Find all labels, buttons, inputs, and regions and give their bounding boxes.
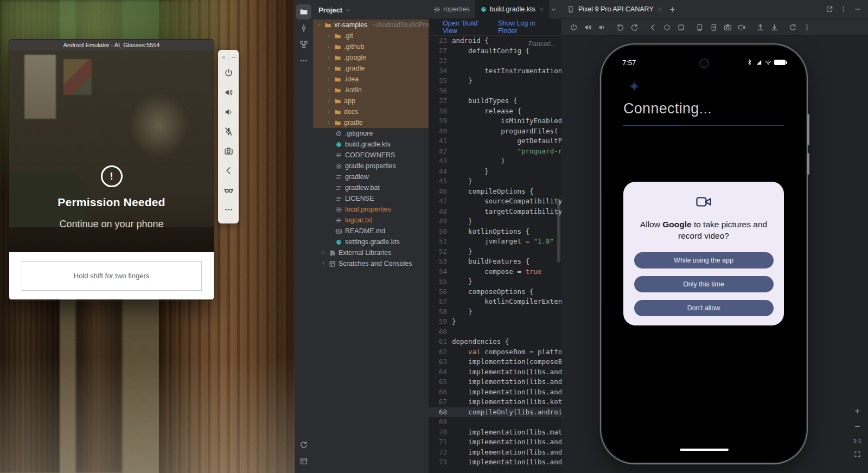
project-panel-header[interactable]: Project bbox=[313, 0, 429, 20]
add-device-tab-icon[interactable] bbox=[669, 6, 676, 13]
code-line-59[interactable]: 59} bbox=[429, 317, 561, 327]
back-button[interactable] bbox=[221, 161, 236, 180]
camera-button[interactable] bbox=[721, 21, 734, 34]
zoom-ratio-button[interactable]: 1:1 bbox=[853, 438, 861, 444]
tabs-dropdown-icon[interactable] bbox=[550, 6, 557, 13]
code-line-66[interactable]: 66 implementation(libs.andr bbox=[429, 387, 561, 398]
code-line-52[interactable]: 52 } bbox=[429, 247, 561, 257]
volume-down-button[interactable] bbox=[595, 21, 608, 34]
tree-item-gradle[interactable]: .gradle bbox=[313, 63, 429, 74]
tree-item-gradlew-bat[interactable]: gradlew.bat bbox=[313, 182, 429, 193]
zoom-fit-button[interactable] bbox=[854, 451, 861, 458]
structure-button[interactable] bbox=[296, 37, 311, 52]
tree-item-codeowners[interactable]: CODEOWNERS bbox=[313, 150, 429, 161]
code-line-58[interactable]: 58 } bbox=[429, 307, 561, 317]
code-line-65[interactable]: 65 implementation(libs.andr bbox=[429, 377, 561, 387]
code-line-36[interactable]: 36 bbox=[429, 86, 561, 97]
code-line-68[interactable]: 68 compileOnly(libs.android bbox=[429, 407, 561, 418]
tab-gradle-properties[interactable]: roperties bbox=[429, 0, 475, 18]
code-line-69[interactable]: 69 bbox=[429, 417, 561, 427]
tree-item-settings-gradle-kts[interactable]: settings.gradle.kts bbox=[313, 237, 429, 247]
code-line-57[interactable]: 57 kotlinCompilerExtens bbox=[429, 297, 561, 307]
volume-down-button[interactable] bbox=[221, 102, 236, 122]
rotate-right-button[interactable] bbox=[628, 21, 641, 34]
more-tools-button[interactable] bbox=[296, 53, 311, 68]
tree-item-license[interactable]: LICENSE bbox=[313, 193, 429, 204]
tree-item-gradlew[interactable]: gradlew bbox=[313, 171, 429, 182]
sync-button[interactable] bbox=[296, 437, 311, 452]
code-line-72[interactable]: 72 implementation(libs.andr bbox=[429, 448, 561, 458]
code-line-73[interactable]: 73 implementation(libs.andr bbox=[429, 457, 561, 468]
zoom-in-button[interactable]: + bbox=[854, 406, 860, 416]
code-line-50[interactable]: 50 kotlinOptions { bbox=[429, 227, 561, 237]
commit-button[interactable] bbox=[296, 21, 311, 36]
tree-item-build-gradle-kts[interactable]: build.gradle.kts bbox=[313, 139, 429, 150]
tab-build-gradle-kts[interactable]: build.gradle.kts bbox=[475, 0, 550, 18]
emulator-screen[interactable]: ! Permission Needed Continue on your pho… bbox=[9, 50, 214, 252]
overview-button[interactable] bbox=[674, 21, 687, 34]
code-line-64[interactable]: 64 implementation(libs.andr bbox=[429, 367, 561, 378]
code-line-45[interactable]: 45 } bbox=[429, 176, 561, 187]
code-line-47[interactable]: 47 sourceCompatibility bbox=[429, 196, 561, 207]
code-line-62[interactable]: 62 val composeBom = platfor bbox=[429, 347, 561, 357]
glasses-button[interactable] bbox=[221, 180, 236, 200]
video-button[interactable] bbox=[735, 21, 748, 34]
more-v-button[interactable] bbox=[800, 21, 813, 34]
tree-item-readme-md[interactable]: README.md bbox=[313, 226, 429, 237]
code-line-41[interactable]: 41 getDefaultPr bbox=[429, 136, 561, 146]
toolbar-minimize-button[interactable] bbox=[231, 55, 237, 60]
upload-button[interactable] bbox=[754, 21, 767, 34]
code-line-44[interactable]: 44 } bbox=[429, 167, 561, 177]
tree-item-docs[interactable]: docs bbox=[313, 106, 429, 117]
code-line-67[interactable]: 67 implementation(libs.kotl bbox=[429, 397, 561, 407]
volume-up-button[interactable] bbox=[221, 82, 236, 102]
editor-scrollbar[interactable] bbox=[557, 199, 560, 263]
code-line-56[interactable]: 56 composeOptions { bbox=[429, 287, 561, 297]
phone-screen[interactable]: 7:57 Connecting... Allow Googl bbox=[608, 52, 800, 456]
tree-item-idea[interactable]: .idea bbox=[313, 74, 429, 85]
close-device-tab-icon[interactable] bbox=[657, 7, 663, 12]
terminal-button[interactable] bbox=[296, 453, 311, 469]
power-button[interactable] bbox=[567, 21, 580, 34]
code-line-70[interactable]: 70 implementation(libs.mate bbox=[429, 427, 561, 438]
code-line-35[interactable]: 35 } bbox=[429, 76, 561, 86]
code-line-60[interactable]: 60 bbox=[429, 327, 561, 337]
close-tab-icon[interactable] bbox=[538, 7, 544, 12]
rotate-left-button[interactable] bbox=[614, 21, 627, 34]
code-line-53[interactable]: 53 buildFeatures { bbox=[429, 257, 561, 267]
code-line-55[interactable]: 55 } bbox=[429, 277, 561, 287]
camera-button[interactable] bbox=[221, 141, 236, 161]
volume-up-button[interactable] bbox=[581, 21, 594, 34]
code-line-63[interactable]: 63 implementation(composeBo bbox=[429, 357, 561, 367]
tree-item-gitignore[interactable]: .gitignore bbox=[313, 128, 429, 139]
show-log-in-finder-link[interactable]: Show Log in Finder bbox=[498, 20, 547, 35]
tree-item-gradle[interactable]: gradle bbox=[313, 117, 429, 128]
code-line-34[interactable]: 34 testInstrumentationR bbox=[429, 66, 561, 76]
power-button[interactable] bbox=[221, 63, 236, 82]
code-line-49[interactable]: 49 } bbox=[429, 216, 561, 227]
emulator-title-bar[interactable]: Android Emulator - AI_Glasses:5554 bbox=[9, 40, 214, 50]
zoom-out-button[interactable]: − bbox=[854, 422, 860, 431]
code-line-39[interactable]: 39 isMinifyEnabled bbox=[429, 116, 561, 126]
code-line-40[interactable]: 40 proguardFiles( bbox=[429, 126, 561, 137]
tree-item-external-libraries[interactable]: External Libraries bbox=[313, 247, 429, 258]
tree-item-google[interactable]: .google bbox=[313, 52, 429, 63]
device-tab-pixel-9-pro[interactable]: Pixel 9 Pro API CANARY bbox=[578, 5, 663, 13]
tree-item-github[interactable]: .github bbox=[313, 41, 429, 52]
open-in-window-icon[interactable] bbox=[826, 5, 833, 13]
download-button[interactable] bbox=[768, 21, 781, 34]
tree-item-local-properties[interactable]: local.properties bbox=[313, 204, 429, 215]
tree-item-logcat-txt[interactable]: logcat.txt bbox=[313, 215, 429, 226]
code-line-61[interactable]: 61dependencies { bbox=[429, 337, 561, 347]
code-line-54[interactable]: 54 compose = true bbox=[429, 267, 561, 277]
restart-button[interactable] bbox=[786, 21, 799, 34]
code-line-51[interactable]: 51 jvmTarget = "1.8" bbox=[429, 237, 561, 247]
code-line-38[interactable]: 38 release { bbox=[429, 106, 561, 117]
home-button[interactable] bbox=[660, 21, 673, 34]
tree-item-app[interactable]: app bbox=[313, 95, 429, 106]
more-h-button[interactable] bbox=[221, 200, 236, 219]
while-using-app-button[interactable]: While using the app bbox=[634, 252, 774, 269]
tree-item-xr-samples[interactable]: xr-samples~/AndroidStudioProj bbox=[313, 20, 429, 30]
only-this-time-button[interactable]: Only this time bbox=[634, 276, 774, 292]
tree-item-kotlin[interactable]: .kotlin bbox=[313, 85, 429, 95]
